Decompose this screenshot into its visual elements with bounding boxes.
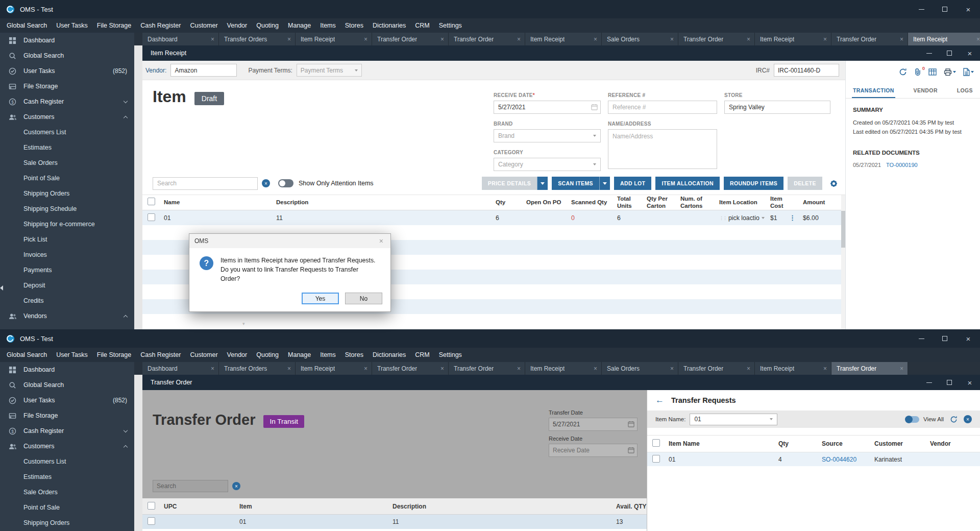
search-input[interactable]	[153, 480, 228, 492]
menu-item[interactable]: CRM	[410, 18, 434, 33]
sidebar-item-credits[interactable]: Credits	[0, 293, 134, 308]
menu-item[interactable]: Quoting	[252, 18, 283, 33]
tab[interactable]: Sale Orders×	[602, 33, 678, 45]
tab-close-icon[interactable]: ×	[744, 36, 750, 43]
row-checkbox[interactable]	[652, 455, 660, 463]
tab-close-icon[interactable]: ×	[514, 365, 521, 372]
sidebar-item-deposit[interactable]: Deposit	[0, 278, 134, 293]
refresh-icon[interactable]	[899, 68, 907, 76]
tab-close-icon[interactable]: ×	[208, 36, 214, 43]
tab-transaction[interactable]: TRANSACTION	[852, 83, 895, 98]
menu-item[interactable]: Settings	[434, 18, 467, 33]
select-all-checkbox[interactable]	[148, 502, 155, 510]
search-input[interactable]	[153, 177, 258, 190]
reference-input[interactable]	[608, 101, 717, 114]
sidebar-item-sale-orders[interactable]: Sale Orders	[0, 155, 134, 171]
menu-item[interactable]: Global Search	[2, 18, 52, 33]
attachments-icon[interactable]: 0	[914, 68, 921, 76]
sidebar-item-invoices[interactable]: Invoices	[0, 247, 134, 262]
refresh-icon[interactable]	[950, 416, 958, 423]
menu-item[interactable]: Stores	[340, 348, 368, 362]
sidebar-item-point-of-sale[interactable]: Point of Sale	[0, 500, 134, 515]
close-panel-icon[interactable]: ×	[964, 415, 972, 423]
irc-number-input[interactable]	[774, 64, 839, 77]
tab[interactable]: Transfer Order×	[678, 362, 755, 375]
vendor-input[interactable]	[170, 64, 237, 77]
close-icon[interactable]: ×	[957, 0, 980, 18]
menu-item[interactable]: Customer	[185, 18, 222, 33]
menu-item[interactable]: File Storage	[92, 348, 136, 362]
sidebar-item-payments[interactable]: Payments	[0, 262, 134, 278]
tab-close-icon[interactable]: ×	[437, 365, 444, 372]
tab-close-icon[interactable]: ×	[284, 36, 291, 43]
source-order-link[interactable]: SO-0044620	[819, 456, 871, 463]
tab[interactable]: Item Receipt×	[525, 362, 602, 375]
select-all-checkbox[interactable]	[148, 198, 155, 205]
price-details-button[interactable]: PRICE DETAILS	[482, 177, 537, 190]
item-name-select[interactable]: 01	[690, 414, 777, 425]
brand-select[interactable]: Brand	[494, 129, 601, 142]
tab[interactable]: Item Receipt×	[296, 362, 372, 375]
menu-item[interactable]: Items	[315, 348, 340, 362]
view-all-toggle[interactable]	[905, 416, 919, 423]
tab[interactable]: Transfer Order×	[372, 33, 449, 45]
sidebar-item-user-tasks[interactable]: User Tasks(852)	[0, 63, 134, 79]
table-row[interactable]: 01 4 SO-0044620 Karinatest	[647, 452, 980, 466]
minimize-icon[interactable]	[919, 375, 939, 390]
minimize-icon[interactable]	[919, 45, 939, 61]
add-lot-button[interactable]: ADD LOT	[614, 177, 651, 190]
sidebar-item-vendors[interactable]: Vendors	[0, 308, 134, 324]
sidebar-item-dashboard[interactable]: Dashboard	[0, 362, 134, 377]
grid-view-icon[interactable]	[928, 68, 937, 76]
sidebar-item-shipping-schedule[interactable]: Shipping Schedule	[0, 201, 134, 216]
tab-close-icon[interactable]: ×	[361, 365, 368, 372]
sidebar-item-shipping-orders[interactable]: Shipping Orders	[0, 515, 134, 530]
tab-close-icon[interactable]: ×	[284, 365, 291, 372]
sidebar-item-global-search[interactable]: Global Search	[0, 48, 134, 63]
category-select[interactable]: Category	[494, 158, 601, 171]
tab[interactable]: Transfer Order×	[372, 362, 449, 375]
close-icon[interactable]: ×	[960, 45, 980, 61]
sidebar-item-file-storage[interactable]: File Storage	[0, 79, 134, 94]
tab[interactable]: Transfer Orders×	[219, 33, 296, 45]
sidebar-item-file-storage[interactable]: File Storage	[0, 408, 134, 423]
tab-close-icon[interactable]: ×	[591, 36, 597, 43]
sidebar-item-cash-register[interactable]: $Cash Register	[0, 423, 134, 439]
tab-close-icon[interactable]: ×	[361, 36, 368, 43]
menu-item[interactable]: Quoting	[252, 348, 283, 362]
close-icon[interactable]: ×	[957, 329, 980, 348]
menu-item[interactable]: Cash Register	[136, 18, 185, 33]
sidebar-collapse-icon[interactable]	[0, 281, 6, 295]
menu-item[interactable]: Vendor	[223, 348, 252, 362]
delete-button[interactable]: DELETE	[788, 177, 822, 190]
attention-items-toggle[interactable]	[278, 179, 293, 187]
receive-date-input[interactable]	[494, 101, 601, 114]
calendar-icon[interactable]	[591, 104, 598, 110]
payment-terms-select[interactable]: Payment Terms	[297, 64, 362, 77]
select-all-checkbox[interactable]	[652, 439, 660, 447]
sidebar-item-shipping-orders[interactable]: Shipping Orders	[0, 186, 134, 201]
print-icon[interactable]	[944, 68, 956, 76]
sidebar-item-dashboard[interactable]: Dashboard	[0, 33, 134, 48]
tab[interactable]: Dashboard×	[142, 362, 219, 375]
menu-item[interactable]: Customer	[185, 348, 222, 362]
menu-item[interactable]: Items	[315, 18, 340, 33]
tab-close-icon[interactable]: ×	[208, 365, 214, 372]
back-arrow-icon[interactable]: ←	[655, 395, 664, 405]
tab[interactable]: Dashboard×	[142, 33, 219, 45]
price-details-dropdown-icon[interactable]	[537, 177, 548, 190]
tab[interactable]: Sale Orders×	[602, 362, 678, 375]
tab-close-icon[interactable]: ×	[820, 36, 827, 43]
dialog-close-icon[interactable]: ×	[377, 237, 385, 245]
menu-item[interactable]: Manage	[283, 348, 315, 362]
sidebar-item-user-tasks[interactable]: User Tasks(852)	[0, 393, 134, 408]
item-location-select[interactable]: ⋮⋮pick loactio	[716, 214, 767, 222]
item-allocation-button[interactable]: ITEM ALLOCATION	[655, 177, 720, 190]
no-button[interactable]: No	[345, 293, 382, 304]
table-row[interactable]: 01 11 13	[142, 515, 647, 529]
sidebar-item-customers-list[interactable]: Customers List	[0, 125, 134, 140]
sidebar-item-cash-register[interactable]: $Cash Register	[0, 94, 134, 109]
name-address-textarea[interactable]	[608, 129, 717, 169]
menu-item[interactable]: Global Search	[2, 348, 52, 362]
scan-items-button[interactable]: SCAN ITEMS	[552, 177, 599, 190]
